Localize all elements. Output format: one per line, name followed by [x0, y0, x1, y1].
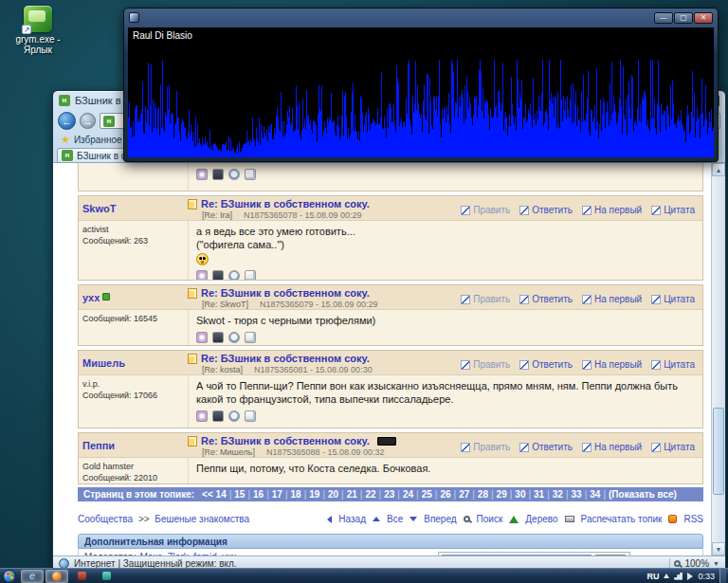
page-link[interactable]: 15: [234, 489, 245, 500]
first-post-link[interactable]: На первый: [594, 294, 642, 304]
page-link[interactable]: 23: [384, 489, 394, 500]
copy-icon[interactable]: [245, 270, 256, 280]
zoom-level[interactable]: 100%: [684, 558, 709, 569]
language-indicator[interactable]: RU: [646, 572, 659, 581]
taskbar-player-button[interactable]: [46, 570, 68, 583]
post-subject-link[interactable]: Re: БЗшник в собственном соку.: [201, 287, 370, 299]
player-minimize-button[interactable]: —: [654, 12, 673, 24]
nav-tree-link[interactable]: Дерево: [525, 514, 557, 524]
reply-link[interactable]: Ответить: [532, 442, 573, 452]
player-close-button[interactable]: ✕: [694, 12, 713, 24]
taskbar-app-button-1[interactable]: [70, 570, 93, 583]
page-link[interactable]: 34: [590, 489, 600, 500]
nav-rss-link[interactable]: RSS: [683, 514, 703, 524]
page-link[interactable]: 17: [272, 489, 282, 500]
flower-icon[interactable]: [196, 332, 208, 343]
page-link[interactable]: 30: [515, 489, 525, 500]
forward-button[interactable]: →: [80, 113, 96, 129]
quote-link[interactable]: Цитата: [664, 359, 695, 370]
nav-all-link[interactable]: Все: [387, 514, 403, 524]
first-post-link[interactable]: На первый: [594, 205, 642, 215]
page-link[interactable]: 26: [440, 489, 450, 500]
page-link[interactable]: 27: [459, 489, 469, 500]
flower-icon[interactable]: [196, 169, 208, 180]
page-link[interactable]: 28: [478, 489, 488, 500]
copy-icon[interactable]: [245, 169, 256, 180]
user-post-count: Сообщений: 17066: [82, 390, 184, 401]
favorites-button[interactable]: Избранное: [74, 135, 122, 145]
scroll-down-button[interactable]: ▼: [712, 542, 725, 556]
quote-link[interactable]: Цитата: [664, 205, 695, 215]
back-button[interactable]: ←: [58, 112, 76, 130]
reply-link[interactable]: Ответить: [532, 359, 573, 370]
page-link[interactable]: 29: [497, 489, 507, 500]
go-button[interactable]: [594, 555, 627, 556]
quote-link[interactable]: Цитата: [664, 442, 695, 452]
page-link[interactable]: 22: [365, 489, 375, 500]
start-button[interactable]: [3, 570, 16, 583]
post-author-link[interactable]: Мишель: [82, 357, 125, 369]
player-titlebar[interactable]: — ▢ ✕: [124, 9, 718, 27]
page-link[interactable]: 19: [309, 489, 319, 500]
nav-back-link[interactable]: Назад: [338, 514, 366, 524]
edit-link[interactable]: Править: [473, 205, 510, 215]
post-subject-link[interactable]: Re: БЗшник в собственном соку.: [201, 353, 370, 364]
nav-forward-link[interactable]: Вперед: [424, 514, 456, 524]
post-subject-link[interactable]: Re: БЗшник в собственном соку.: [201, 435, 370, 446]
page-link[interactable]: 31: [534, 489, 544, 500]
network-icon[interactable]: [674, 573, 682, 580]
glasses-icon[interactable]: [212, 169, 224, 180]
scrollbar-thumb[interactable]: [713, 408, 724, 495]
page-link[interactable]: 25: [422, 489, 432, 500]
page-link[interactable]: 16: [253, 489, 264, 500]
post-subject-link[interactable]: Re: БЗшник в собственном соку.: [201, 198, 370, 210]
taskbar-app-button-2[interactable]: [95, 570, 118, 583]
taskbar-ie-button[interactable]: e: [21, 570, 44, 583]
first-post-link[interactable]: На первый: [594, 359, 642, 370]
flower-icon[interactable]: [196, 270, 208, 280]
reply-link[interactable]: Ответить: [532, 294, 573, 304]
edit-link[interactable]: Править: [473, 359, 510, 370]
clock-icon[interactable]: [228, 169, 240, 180]
clock-icon[interactable]: [228, 270, 240, 280]
post-author-link[interactable]: SkwoT: [82, 203, 116, 214]
volume-icon[interactable]: [687, 573, 693, 580]
copy-icon[interactable]: [245, 332, 256, 343]
reply-link[interactable]: Ответить: [532, 205, 573, 215]
quote-link[interactable]: Цитата: [664, 294, 695, 304]
glasses-icon[interactable]: [212, 410, 224, 422]
page-link[interactable]: 21: [347, 489, 357, 500]
nav-search-link[interactable]: Поиск: [477, 514, 503, 524]
jump-to-forum-select[interactable]: Бешеные знакомства ▼: [442, 555, 592, 556]
clock-icon[interactable]: [228, 332, 240, 343]
glasses-icon[interactable]: [212, 270, 224, 280]
clock-icon[interactable]: [228, 410, 240, 422]
breadcrumb-forum-link[interactable]: Бешеные знакомства: [155, 514, 249, 524]
page-link[interactable]: 32: [553, 489, 563, 500]
page-link[interactable]: 24: [403, 489, 413, 500]
desktop-shortcut-grym[interactable]: ↗ grym.exe - Ярлык: [8, 6, 68, 55]
scroll-up-button[interactable]: ▲: [712, 163, 725, 176]
edit-link[interactable]: Править: [473, 294, 510, 304]
tray-expand-icon[interactable]: [664, 574, 669, 578]
player-maximize-button[interactable]: ▢: [674, 12, 693, 24]
prev-pages-link[interactable]: << 14: [202, 489, 227, 500]
page-link[interactable]: 18: [291, 489, 301, 500]
show-desktop-button[interactable]: [719, 569, 726, 583]
page-link[interactable]: 20: [328, 489, 338, 500]
post-author-link[interactable]: Пеппи: [82, 440, 115, 451]
edit-link[interactable]: Править: [473, 442, 510, 452]
page-link[interactable]: 33: [572, 489, 582, 500]
vertical-scrollbar[interactable]: ▲ ▼: [711, 163, 725, 556]
post-author-link[interactable]: yxx: [82, 292, 100, 303]
nav-print-link[interactable]: Распечатать топик: [581, 514, 663, 524]
show-all-link[interactable]: (Показать все): [609, 489, 677, 500]
glasses-icon[interactable]: [212, 332, 224, 343]
first-post-link[interactable]: На первый: [594, 442, 642, 452]
breadcrumb-communities-link[interactable]: Сообщества: [78, 514, 133, 524]
clock[interactable]: 0:33: [698, 572, 715, 581]
flower-icon[interactable]: [196, 410, 208, 422]
zoom-caret-icon[interactable]: ▼: [713, 560, 719, 567]
moderator-links[interactable]: Макс, Zlork, femid, yxx: [139, 552, 236, 556]
copy-icon[interactable]: [245, 410, 256, 422]
